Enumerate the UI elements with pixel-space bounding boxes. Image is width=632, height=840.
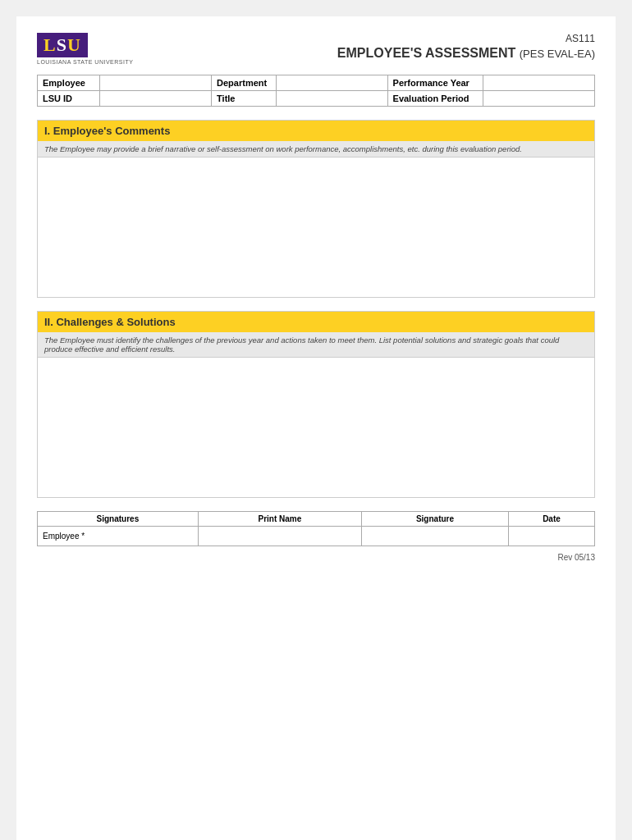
department-value bbox=[276, 75, 387, 91]
section2-wrapper: II. Challenges & Solutions The Employee … bbox=[37, 311, 595, 498]
signatures-table: Signatures Print Name Signature Date Emp… bbox=[37, 511, 595, 546]
col-date: Date bbox=[508, 512, 594, 527]
col-signatures: Signatures bbox=[38, 512, 199, 527]
logo-area: LSU Louisiana State University bbox=[37, 33, 133, 65]
employee-label: Employee bbox=[38, 75, 100, 91]
evaluation-period-value bbox=[483, 91, 594, 107]
col-signature: Signature bbox=[361, 512, 508, 527]
section2-content[interactable] bbox=[38, 358, 594, 497]
sig-employee-sig[interactable] bbox=[361, 527, 508, 546]
performance-year-value bbox=[483, 75, 594, 91]
info-table: Employee Department Performance Year LSU… bbox=[37, 75, 595, 107]
form-title: EMPLOYEE'S ASSESSMENT (PES EVAL-EA) bbox=[337, 46, 595, 61]
department-label: Department bbox=[212, 75, 276, 91]
lsu-subtitle: Louisiana State University bbox=[37, 59, 133, 65]
sig-employee-date[interactable] bbox=[508, 527, 594, 546]
form-subtitle: (PES EVAL-EA) bbox=[520, 48, 595, 60]
section2-instruction: The Employee must identify the challenge… bbox=[38, 332, 594, 358]
employee-value bbox=[100, 75, 212, 91]
header-right: AS111 EMPLOYEE'S ASSESSMENT (PES EVAL-EA… bbox=[337, 33, 595, 61]
section1-wrapper: I. Employee's Comments The Employee may … bbox=[37, 120, 595, 298]
title-value bbox=[276, 91, 387, 107]
lsu-logo: LSU bbox=[37, 33, 88, 57]
sig-employee-label: Employee * bbox=[38, 527, 199, 546]
sig-row-employee: Employee * bbox=[38, 527, 595, 546]
form-number: AS111 bbox=[337, 33, 595, 44]
header: LSU Louisiana State University AS111 EMP… bbox=[37, 33, 595, 65]
section1-header: I. Employee's Comments bbox=[38, 121, 594, 141]
section2-header: II. Challenges & Solutions bbox=[38, 312, 594, 332]
sig-employee-print[interactable] bbox=[198, 527, 361, 546]
performance-year-label: Performance Year bbox=[387, 75, 483, 91]
evaluation-period-label: Evaluation Period bbox=[387, 91, 483, 107]
rev-text: Rev 05/13 bbox=[37, 553, 595, 562]
lsu-id-value bbox=[100, 91, 212, 107]
page: LSU Louisiana State University AS111 EMP… bbox=[16, 16, 616, 840]
section1-instruction: The Employee may provide a brief narrati… bbox=[38, 141, 594, 158]
section1-content[interactable] bbox=[38, 158, 594, 297]
title-label: Title bbox=[212, 91, 276, 107]
col-print-name: Print Name bbox=[198, 512, 361, 527]
form-title-text: EMPLOYEE'S ASSESSMENT bbox=[337, 46, 515, 60]
lsu-id-label: LSU ID bbox=[38, 91, 100, 107]
